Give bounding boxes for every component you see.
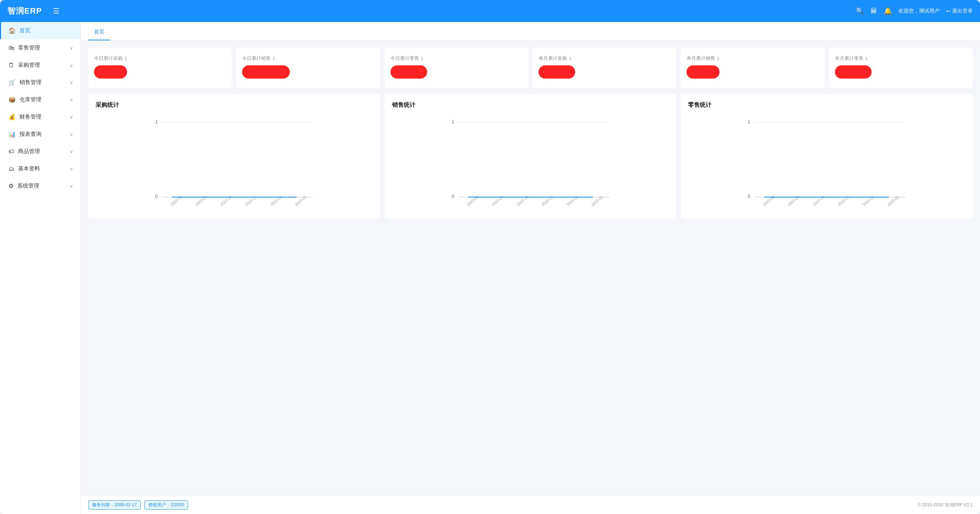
svg-text:2022-09: 2022-09 bbox=[787, 195, 800, 207]
sidebar-label-sales: 销售管理 bbox=[19, 79, 70, 86]
svg-text:2022-11: 2022-11 bbox=[541, 195, 554, 207]
sales-chart-svg: 1 0 2022-08 2022-09 2022-10 2022-11 2022… bbox=[392, 115, 669, 210]
chevron-down-icon-4: ∨ bbox=[70, 97, 73, 102]
logout-button[interactable]: ↩ 退出登录 bbox=[946, 8, 973, 14]
header-right: 🔍 🏛 🔔 欢迎您，测试用户 ↩ 退出登录 bbox=[856, 7, 973, 15]
svg-text:2022-12: 2022-12 bbox=[269, 195, 282, 207]
svg-text:2023-01: 2023-01 bbox=[591, 195, 604, 207]
stat-label-month-sales: 本月累计销售 bbox=[687, 55, 715, 62]
stat-card-month-retail: 本月累计零售 ℹ bbox=[829, 48, 973, 88]
purchase-chart-svg: 1 0 2022-08 2022-09 2022-10 2022-11 2022… bbox=[95, 115, 373, 210]
info-icon-month-purchase[interactable]: ℹ bbox=[570, 56, 571, 61]
sidebar-item-product[interactable]: 🏷 商品管理 ∨ bbox=[0, 143, 80, 160]
sidebar-label-purchase: 采购管理 bbox=[18, 62, 70, 69]
charts-row: 采购统计 1 0 2022-08 2022-09 2022-10 2022-11… bbox=[88, 94, 973, 219]
stat-label-today-purchase: 今日累计采购 bbox=[94, 55, 123, 62]
svg-text:2022-12: 2022-12 bbox=[862, 195, 875, 207]
sidebar-item-system[interactable]: ⚙ 系统管理 ∨ bbox=[0, 177, 80, 195]
sidebar-item-sales[interactable]: 🛒 销售管理 ∨ bbox=[0, 74, 80, 91]
stat-value-month-purchase bbox=[538, 65, 575, 79]
sidebar: 🏠 首页 🛍 零售管理 ∨ 🗒 采购管理 ∨ 🛒 销售管理 ∨ 📦 仓库管理 ∨… bbox=[0, 22, 81, 514]
stat-value-today-sales bbox=[242, 65, 290, 79]
sidebar-item-home[interactable]: 🏠 首页 bbox=[0, 22, 80, 39]
sales-icon: 🛒 bbox=[8, 79, 16, 86]
sales-chart-card: 销售统计 1 0 2022-08 2022-09 2022-10 2022-11… bbox=[385, 94, 676, 219]
stat-value-today-retail bbox=[390, 65, 427, 79]
chevron-down-icon-5: ∨ bbox=[70, 114, 73, 120]
warehouse-sidebar-icon: 📦 bbox=[8, 96, 16, 103]
svg-text:0: 0 bbox=[748, 194, 751, 199]
info-icon-today-retail[interactable]: ℹ bbox=[421, 56, 423, 61]
sidebar-label-system: 系统管理 bbox=[17, 182, 70, 189]
stat-card-today-retail: 今日累计零售 ℹ bbox=[385, 48, 528, 88]
tab-home[interactable]: 首页 bbox=[88, 24, 110, 40]
auth-users-badge: 授权用户：2/2000 bbox=[144, 500, 188, 509]
sidebar-label-warehouse: 仓库管理 bbox=[19, 96, 70, 103]
svg-text:1: 1 bbox=[155, 119, 158, 124]
svg-text:2022-08: 2022-08 bbox=[170, 195, 183, 207]
purchase-chart-card: 采购统计 1 0 2022-08 2022-09 2022-10 2022-11… bbox=[88, 94, 380, 219]
footer-badges: 服务到期：2099-02-17 授权用户：2/2000 bbox=[88, 500, 188, 509]
svg-text:0: 0 bbox=[452, 194, 454, 199]
info-icon-today-sales[interactable]: ℹ bbox=[273, 56, 275, 61]
sidebar-item-retail[interactable]: 🛍 零售管理 ∨ bbox=[0, 39, 80, 57]
content-area: 今日累计采购 ℹ 今日累计销售 ℹ bbox=[81, 40, 980, 496]
stat-label-month-retail: 本月累计零售 bbox=[835, 55, 864, 62]
sidebar-item-report[interactable]: 📊 报表查询 ∨ bbox=[0, 125, 80, 143]
sidebar-item-purchase[interactable]: 🗒 采购管理 ∨ bbox=[0, 57, 80, 74]
svg-text:1: 1 bbox=[748, 119, 751, 124]
retail-chart-card: 零售统计 1 0 2022-08 2022-09 2022-10 2022-11… bbox=[681, 94, 973, 219]
chevron-down-icon-6: ∨ bbox=[70, 132, 73, 137]
stat-value-today-purchase bbox=[94, 65, 127, 79]
sidebar-label-product: 商品管理 bbox=[18, 148, 70, 155]
svg-text:2022-10: 2022-10 bbox=[812, 195, 826, 207]
retail-chart-svg: 1 0 2022-08 2022-09 2022-10 2022-11 2022… bbox=[688, 115, 965, 210]
info-icon-month-sales[interactable]: ℹ bbox=[718, 56, 719, 61]
sidebar-label-finance: 财务管理 bbox=[19, 113, 70, 121]
stat-label-month-purchase: 本月累计采购 bbox=[538, 55, 567, 62]
bell-icon[interactable]: 🔔 bbox=[884, 7, 892, 15]
sidebar-label-home: 首页 bbox=[19, 27, 73, 34]
sidebar-item-warehouse[interactable]: 📦 仓库管理 ∨ bbox=[0, 91, 80, 108]
retail-icon: 🛍 bbox=[8, 45, 14, 51]
svg-text:2022-09: 2022-09 bbox=[195, 195, 208, 207]
home-icon: 🏠 bbox=[8, 27, 16, 34]
stat-label-today-retail: 今日累计零售 bbox=[390, 55, 419, 62]
info-icon-today-purchase[interactable]: ℹ bbox=[125, 56, 127, 61]
stats-row: 今日累计采购 ℹ 今日累计销售 ℹ bbox=[88, 48, 973, 88]
svg-text:2022-08: 2022-08 bbox=[466, 195, 479, 207]
sidebar-label-retail: 零售管理 bbox=[18, 44, 70, 51]
header: 智润ERP ☰ 🔍 🏛 🔔 欢迎您，测试用户 ↩ 退出登录 bbox=[0, 0, 980, 22]
stat-card-today-purchase: 今日累计采购 ℹ bbox=[88, 48, 232, 88]
svg-text:2022-12: 2022-12 bbox=[566, 195, 579, 207]
sidebar-item-finance[interactable]: 💰 财务管理 ∨ bbox=[0, 108, 80, 125]
purchase-icon: 🗒 bbox=[8, 62, 14, 69]
svg-text:1: 1 bbox=[452, 119, 454, 124]
svg-text:2022-11: 2022-11 bbox=[244, 195, 258, 207]
basic-icon: 🗂 bbox=[8, 166, 14, 172]
chevron-down-icon: ∨ bbox=[70, 46, 73, 51]
warehouse-icon[interactable]: 🏛 bbox=[870, 7, 877, 15]
svg-text:2023-01: 2023-01 bbox=[294, 195, 307, 207]
search-icon[interactable]: 🔍 bbox=[856, 7, 864, 15]
footer-copyright: © 2015-2030 智润ERP V3.1 bbox=[918, 502, 973, 508]
sales-chart-title: 销售统计 bbox=[392, 102, 669, 109]
purchase-chart-title: 采购统计 bbox=[95, 102, 373, 109]
system-icon: ⚙ bbox=[8, 182, 14, 189]
sidebar-item-basic[interactable]: 🗂 基本资料 ∨ bbox=[0, 160, 80, 177]
stat-card-month-purchase: 本月累计采购 ℹ bbox=[533, 48, 676, 88]
finance-icon: 💰 bbox=[8, 113, 16, 121]
welcome-text: 欢迎您，测试用户 bbox=[899, 8, 940, 14]
stat-card-month-sales: 本月累计销售 ℹ bbox=[681, 48, 824, 88]
retail-chart-title: 零售统计 bbox=[688, 102, 965, 109]
svg-text:2023-01: 2023-01 bbox=[887, 195, 900, 207]
stat-card-today-sales: 今日累计销售 ℹ bbox=[236, 48, 380, 88]
footer: 服务到期：2099-02-17 授权用户：2/2000 © 2015-2030 … bbox=[81, 496, 980, 514]
stat-label-today-sales: 今日累计销售 bbox=[242, 55, 271, 62]
menu-toggle-icon[interactable]: ☰ bbox=[53, 6, 59, 16]
tab-bar: 首页 bbox=[81, 22, 980, 40]
info-icon-month-retail[interactable]: ℹ bbox=[866, 56, 868, 61]
service-date-badge: 服务到期：2099-02-17 bbox=[88, 500, 141, 509]
main-layout: 🏠 首页 🛍 零售管理 ∨ 🗒 采购管理 ∨ 🛒 销售管理 ∨ 📦 仓库管理 ∨… bbox=[0, 22, 980, 514]
svg-text:0: 0 bbox=[155, 194, 158, 199]
